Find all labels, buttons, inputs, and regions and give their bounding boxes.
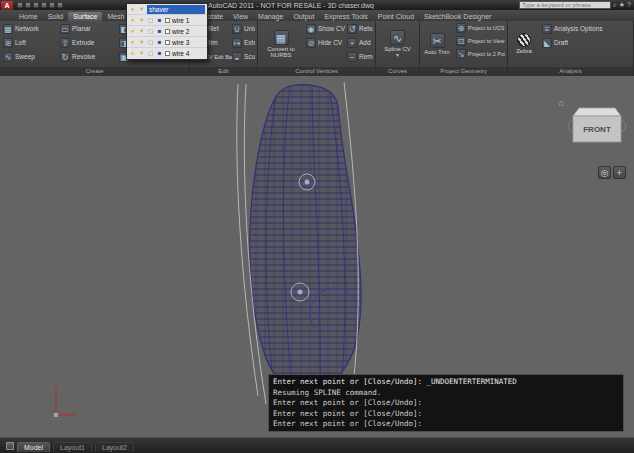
layer-checkbox[interactable]: [165, 51, 170, 56]
layer-thaw-icon[interactable]: ☀: [138, 17, 145, 24]
command-prompt-line[interactable]: Enter next point or [Close/Undo]:: [273, 419, 619, 430]
help-icon[interactable]: ?: [627, 1, 631, 9]
layer-thaw-icon[interactable]: ☀: [138, 6, 145, 13]
viewcube-home-icon[interactable]: ⌂: [559, 98, 564, 108]
remove-icon: −: [347, 52, 357, 62]
project-to-ucs-button[interactable]: ⊕ Project to UCS: [455, 22, 505, 34]
viewcube-top-face[interactable]: [573, 108, 621, 116]
layer-lock-icon[interactable]: ▢: [147, 28, 154, 35]
layer-on-icon[interactable]: ●: [129, 39, 136, 46]
extend-button[interactable]: ↦ Extend: [231, 36, 255, 49]
layer-lock-icon[interactable]: ▢: [147, 39, 154, 46]
current-layer-value[interactable]: shaver: [147, 5, 205, 14]
layer-checkbox[interactable]: [165, 40, 170, 45]
layer-thaw-icon[interactable]: ☀: [138, 50, 145, 57]
zebra-analysis-button[interactable]: Zebra: [510, 22, 538, 66]
analysis-options-button[interactable]: ≡ Analysis Options: [541, 22, 603, 35]
layer-current-row[interactable]: ● ☀ shaver: [127, 4, 207, 15]
layer-row-wire3[interactable]: ● ☀ ▢ ■ wire 3: [127, 37, 207, 48]
project-to-2-points-button[interactable]: ↘ Project to 2 Points: [455, 48, 505, 60]
zebra-icon: [517, 33, 531, 47]
open-file-icon[interactable]: [25, 2, 31, 8]
tab-point-cloud[interactable]: Point Cloud: [373, 12, 419, 21]
project-geometry-panel-label[interactable]: Project Geometry: [420, 67, 507, 76]
extrude-button[interactable]: ⇧ Extrude: [59, 36, 115, 49]
network-label: Network: [15, 25, 39, 32]
draft-analysis-button[interactable]: ◣ Draft: [541, 36, 603, 49]
layer-on-icon[interactable]: ●: [129, 50, 136, 57]
network-surface-button[interactable]: ▦ Network: [2, 22, 56, 35]
hide-cv-label: Hide CV: [318, 39, 342, 46]
planar-surface-button[interactable]: ▭ Planar: [59, 22, 115, 35]
model-space-icon[interactable]: [6, 442, 14, 450]
model-viewport[interactable]: ⌂ FRONT ◎ + Enter next point or [Close/U…: [0, 76, 634, 437]
layer-name[interactable]: wire 3: [172, 39, 189, 46]
layer-lock-icon[interactable]: ▢: [147, 50, 154, 57]
star-icon[interactable]: ★: [619, 1, 625, 9]
layer-name[interactable]: wire 2: [172, 28, 189, 35]
hide-cv-button[interactable]: ⊘ Hide CV: [305, 36, 343, 49]
save-icon[interactable]: [33, 2, 39, 8]
spline-flyout-arrow-icon[interactable]: ▾: [396, 53, 399, 58]
plot-icon[interactable]: [41, 2, 47, 8]
project-to-view-button[interactable]: ⊡ Project to View: [455, 35, 505, 47]
layer-color-swatch[interactable]: ■: [156, 39, 163, 46]
layer-on-icon[interactable]: ●: [129, 6, 136, 13]
layer-color-swatch[interactable]: ■: [156, 28, 163, 35]
control-vertices-panel-label[interactable]: Control Vertices: [258, 67, 375, 76]
tab-output[interactable]: Output: [288, 12, 319, 21]
curves-panel-label[interactable]: Curves: [376, 67, 419, 76]
layer-color-swatch[interactable]: ■: [156, 17, 163, 24]
application-menu-button[interactable]: A: [1, 1, 13, 10]
command-line-panel[interactable]: Enter next point or [Close/Undo]: _UNDOE…: [268, 374, 624, 432]
tab-manage[interactable]: Manage: [253, 12, 288, 21]
create-panel-label[interactable]: Create: [0, 67, 189, 76]
revolve-button[interactable]: ↻ Revolve: [59, 50, 115, 63]
tab-model[interactable]: Model: [17, 442, 50, 452]
layer-name[interactable]: wire 1: [172, 17, 189, 24]
planar-label: Planar: [72, 25, 91, 32]
search-icon[interactable]: ⌕: [613, 1, 617, 9]
tab-home[interactable]: Home: [14, 12, 43, 21]
layer-thaw-icon[interactable]: ☀: [138, 39, 145, 46]
viewcube-front-label[interactable]: FRONT: [583, 125, 611, 134]
union-button[interactable]: ∪ Union: [231, 22, 255, 35]
tab-express-tools[interactable]: Express Tools: [319, 12, 372, 21]
project-to-view-label: Project to View: [468, 38, 505, 44]
analysis-panel-label[interactable]: Analysis: [508, 67, 633, 76]
layer-color-swatch[interactable]: ■: [156, 50, 163, 57]
layer-thaw-icon[interactable]: ☀: [138, 28, 145, 35]
sweep-button[interactable]: ∿ Sweep: [2, 50, 56, 63]
layer-row-wire2[interactable]: ● ☀ ▢ ■ wire 2: [127, 26, 207, 37]
layer-checkbox[interactable]: [165, 18, 170, 23]
tab-layout2[interactable]: Layout2: [95, 442, 134, 452]
rebuild-button[interactable]: ↺ Rebuild: [346, 22, 373, 35]
show-cv-button[interactable]: ◉ Show CV: [305, 22, 343, 35]
layer-on-icon[interactable]: ●: [129, 28, 136, 35]
layer-lock-icon[interactable]: ▢: [147, 17, 154, 24]
add-cv-button[interactable]: + Add: [346, 36, 373, 49]
layer-row-wire1[interactable]: ● ☀ ▢ ■ wire 1: [127, 15, 207, 26]
pan-icon[interactable]: +: [613, 166, 626, 179]
remove-cv-button[interactable]: − Remove: [346, 50, 373, 63]
auto-trim-button[interactable]: ✂ Auto Trim: [422, 22, 452, 66]
tab-layout1[interactable]: Layout1: [53, 442, 92, 452]
new-file-icon[interactable]: [17, 2, 23, 8]
search-input[interactable]: [519, 1, 611, 9]
tab-solid[interactable]: Solid: [43, 12, 69, 21]
view-cube[interactable]: FRONT: [566, 96, 628, 148]
loft-button[interactable]: ≋ Loft: [2, 36, 56, 49]
steering-wheel-icon[interactable]: ◎: [598, 166, 611, 179]
tab-sketchbook-designer[interactable]: SketchBook Designer: [419, 12, 496, 21]
convert-to-nurbs-button[interactable]: ▦ Convert to NURBS: [260, 22, 302, 66]
sculpt-button[interactable]: ◒ Sculpt: [231, 50, 255, 63]
edit-panel-label[interactable]: Edit: [190, 67, 257, 76]
layer-row-wire4[interactable]: ● ☀ ▢ ■ wire 4: [127, 48, 207, 59]
undo-icon[interactable]: [49, 2, 55, 8]
layer-name[interactable]: wire 4: [172, 50, 189, 57]
tab-surface[interactable]: Surface: [68, 12, 102, 21]
layer-on-icon[interactable]: ●: [129, 17, 136, 24]
spline-cv-button[interactable]: ∿ Spline CV ▾: [379, 22, 417, 66]
tab-view[interactable]: View: [228, 12, 253, 21]
layer-checkbox[interactable]: [165, 29, 170, 34]
